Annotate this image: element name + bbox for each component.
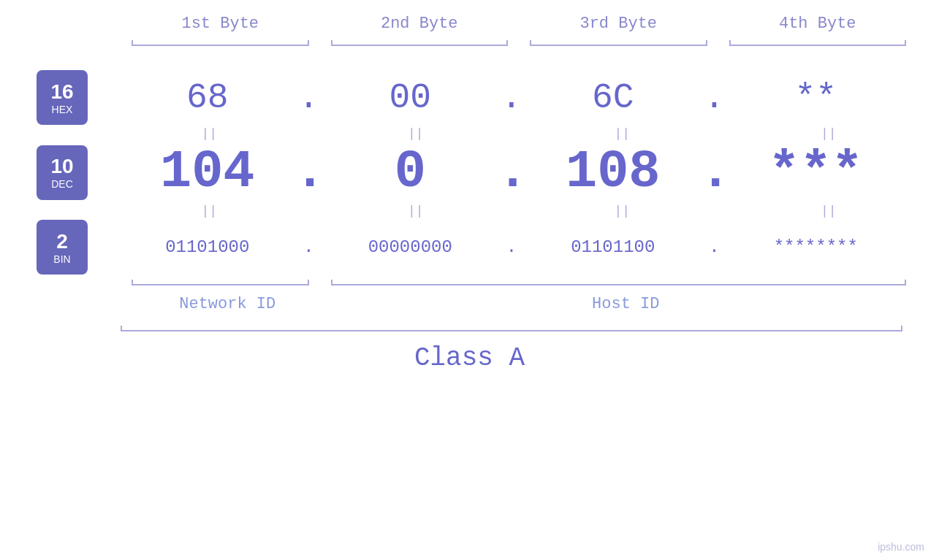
bin-badge-label: BIN (53, 253, 70, 265)
bracket-line-1 (132, 45, 309, 46)
dec-dot2: . (497, 142, 526, 202)
bracket-byte1 (121, 39, 320, 52)
hex-dot2: . (497, 78, 526, 118)
main-container: 1st Byte 2nd Byte 3rd Byte 4th Byte 16 H… (0, 0, 939, 560)
byte3-header: 3rd Byte (519, 15, 718, 33)
class-label: Class A (0, 343, 939, 373)
eq2-byte4: || (740, 202, 918, 220)
hex-badge-label: HEX (52, 104, 73, 115)
byte4-header: 4th Byte (718, 15, 918, 33)
bracket-line-2 (331, 45, 509, 46)
top-brackets (121, 39, 917, 52)
dec-dot3: . (700, 142, 729, 202)
bin-dot1: . (294, 237, 324, 257)
host-id-label: Host ID (335, 295, 918, 313)
dec-byte3: 108 (526, 142, 700, 202)
bracket-byte3 (519, 39, 718, 52)
bin-dot2: . (497, 237, 526, 257)
bin-dot3: . (700, 237, 729, 257)
network-bracket (121, 278, 320, 291)
byte-headers: 1st Byte 2nd Byte 3rd Byte 4th Byte (121, 15, 917, 33)
bin-row: 2 BIN 01101000 . 00000000 . 01101100 . *… (0, 220, 939, 275)
hex-badge-cell: 16 HEX (0, 70, 121, 125)
network-bracket-line (132, 284, 309, 285)
dec-byte4: *** (729, 142, 903, 202)
hex-dot3: . (700, 78, 729, 118)
bin-byte4: ******** (729, 237, 903, 257)
eq2-byte2: || (327, 202, 505, 220)
byte2-header: 2nd Byte (320, 15, 520, 33)
dec-row: 10 DEC 104 . 0 . 108 . *** (0, 142, 939, 202)
bin-byte1: 01101000 (121, 237, 294, 257)
class-bracket (121, 324, 902, 337)
bin-byte3: 01101100 (526, 237, 700, 257)
dec-badge-number: 10 (50, 155, 73, 178)
watermark: ipshu.com (878, 541, 924, 553)
equals-row-1: || || || || (121, 125, 917, 142)
eq2-byte3: || (533, 202, 711, 220)
bin-badge-cell: 2 BIN (0, 220, 121, 275)
bin-byte2: 00000000 (324, 237, 498, 257)
dec-byte1: 104 (121, 142, 294, 202)
eq1-byte1: || (121, 125, 298, 142)
bracket-line-3 (530, 45, 707, 46)
eq1-byte3: || (533, 125, 711, 142)
equals-row-2: || || || || (121, 202, 917, 220)
host-bracket (320, 278, 918, 291)
dec-byte2: 0 (324, 142, 498, 202)
network-id-label: Network ID (121, 295, 335, 313)
bin-badge-number: 2 (56, 230, 68, 253)
hex-byte3: 6C (526, 78, 700, 118)
class-bracket-line (121, 330, 902, 331)
bracket-line-4 (729, 45, 907, 46)
hex-byte4: ** (729, 78, 903, 118)
eq2-byte1: || (121, 202, 298, 220)
hex-badge-number: 16 (50, 80, 73, 104)
dec-dot1: . (294, 142, 324, 202)
bottom-labels: Network ID Host ID (121, 295, 917, 313)
bracket-byte2 (320, 39, 520, 52)
eq1-byte4: || (740, 125, 918, 142)
dec-badge-label: DEC (51, 178, 73, 190)
class-section: Class A (0, 324, 939, 373)
hex-dot1: . (294, 78, 324, 118)
hex-row: 16 HEX 68 . 00 . 6C . ** (0, 70, 939, 125)
byte1-header: 1st Byte (121, 15, 320, 33)
host-bracket-line (331, 284, 907, 285)
bracket-byte4 (718, 39, 918, 52)
bin-badge: 2 BIN (37, 220, 88, 275)
hex-byte2: 00 (324, 78, 498, 118)
bottom-brackets (121, 278, 917, 291)
dec-badge: 10 DEC (37, 145, 88, 200)
eq1-byte2: || (327, 125, 505, 142)
hex-byte1: 68 (121, 78, 294, 118)
dec-badge-cell: 10 DEC (0, 145, 121, 200)
hex-badge: 16 HEX (37, 70, 88, 125)
